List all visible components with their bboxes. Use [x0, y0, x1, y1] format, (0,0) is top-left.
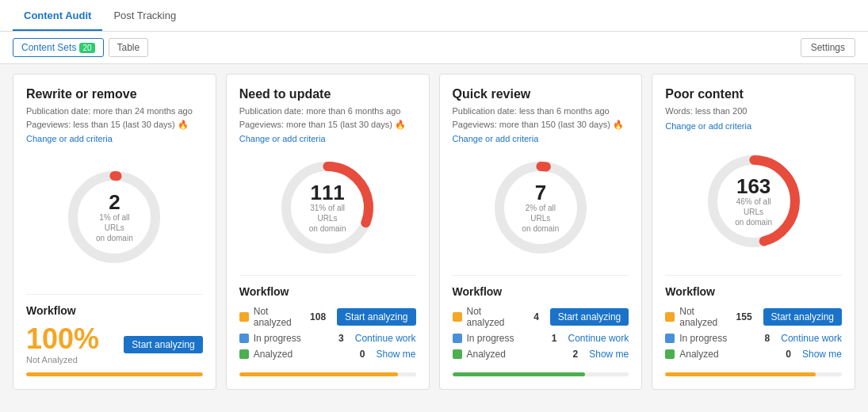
donut-number: 2: [89, 192, 140, 212]
workflow-action-link[interactable]: Continue work: [568, 333, 629, 344]
content-sets-button[interactable]: Content Sets 20: [13, 38, 104, 57]
start-analyzing-button[interactable]: Start analyzing: [124, 336, 202, 353]
card-subtitle: Words: less than 200: [665, 105, 842, 118]
workflow-label: Not analyzed: [254, 306, 302, 328]
card-title: Rewrite or remove: [26, 87, 203, 101]
card-subtitle: Publication date: more than 24 months ag…: [26, 105, 203, 131]
card-title: Quick review: [453, 87, 629, 101]
card-subtitle-line: Pageviews: less than 15 (last 30 days) 🔥: [26, 118, 203, 132]
chart-area: 2 1% of all URLson domain: [26, 143, 203, 291]
toolbar: Content Sets 20 Table Settings: [0, 32, 868, 64]
top-nav: Content Audit Post Tracking: [0, 0, 868, 32]
workflow-label: In progress: [467, 333, 533, 344]
workflow-dot: [665, 334, 675, 343]
workflow-label: Not analyzed: [679, 306, 728, 328]
workflow-count: 1: [538, 333, 557, 344]
workflow-action-link[interactable]: Show me: [802, 349, 842, 360]
workflow-row: Not analyzed 155 Start analyzing: [665, 306, 842, 328]
workflow-dot: [453, 349, 462, 359]
workflow-count: 0: [772, 349, 791, 360]
donut-chart: 2 1% of all URLson domain: [63, 166, 166, 269]
workflow-action-link[interactable]: Continue work: [355, 333, 416, 344]
chart-area: 163 46% of all URLson domain: [665, 131, 842, 273]
workflow-label: In progress: [679, 333, 746, 344]
content-sets-badge: 20: [79, 43, 94, 53]
card-subtitle: Publication date: less than 6 months ago…: [453, 105, 629, 131]
workflow-row: Not analyzed 108 Start analyzing: [239, 306, 416, 328]
progress-fill: [665, 372, 815, 376]
main-content: Rewrite or remove Publication date: more…: [0, 64, 868, 399]
workflow-count: 108: [307, 311, 326, 322]
donut-center: 163 46% of all URLson domain: [728, 175, 779, 227]
workflow-row: In progress 8 Continue work: [665, 333, 842, 344]
workflow-title: Workflow: [26, 304, 203, 317]
workflow-section: Workflow Not analyzed 108 Start analyzin…: [239, 275, 416, 364]
card-need-to-update: Need to update Publication date: more th…: [226, 74, 430, 390]
workflow-label: In progress: [254, 333, 320, 344]
big-percent-label: Not Analyzed: [26, 355, 99, 364]
workflow-count: 4: [520, 311, 539, 322]
workflow-title: Workflow: [453, 285, 629, 298]
tab-post-tracking[interactable]: Post Tracking: [102, 2, 187, 31]
workflow-label: Not analyzed: [467, 306, 515, 328]
start-analyzing-button[interactable]: Start analyzing: [763, 308, 842, 326]
workflow-section: Workflow Not analyzed 4 Start analyzing …: [453, 275, 629, 364]
workflow-dot: [453, 312, 462, 322]
workflow-row: In progress 3 Continue work: [239, 333, 416, 344]
table-button[interactable]: Table: [109, 38, 149, 57]
donut-label: 2% of all URLson domain: [514, 203, 566, 234]
card-subtitle-line: Pageviews: more than 150 (last 30 days) …: [453, 118, 629, 132]
workflow-title: Workflow: [665, 285, 842, 298]
workflow-count: 8: [751, 333, 770, 344]
donut-center: 2 1% of all URLson domain: [89, 192, 140, 243]
workflow-section: Workflow Not analyzed 155 Start analyzin…: [665, 275, 842, 364]
donut-center: 7 2% of all URLson domain: [514, 182, 566, 234]
card-subtitle-line: Publication date: less than 6 months ago: [453, 105, 629, 118]
workflow-action-link[interactable]: Continue work: [781, 333, 842, 344]
progress-bar: [453, 372, 629, 376]
workflow-row: Not analyzed 4 Start analyzing: [453, 306, 629, 328]
workflow-dot: [239, 312, 249, 322]
toolbar-left: Content Sets 20 Table: [13, 38, 148, 57]
settings-button[interactable]: Settings: [801, 38, 855, 57]
progress-fill: [239, 372, 398, 376]
progress-fill: [26, 372, 203, 376]
workflow-label: Analyzed: [254, 349, 342, 360]
donut-label: 1% of all URLson domain: [89, 212, 140, 243]
card-criteria-link[interactable]: Change or add criteria: [453, 134, 629, 143]
card-rewrite-remove: Rewrite or remove Publication date: more…: [13, 74, 216, 390]
content-sets-label: Content Sets: [21, 42, 76, 53]
workflow-dot: [665, 312, 675, 322]
card-subtitle: Publication date: more than 6 months ago…: [239, 105, 416, 131]
progress-bar: [239, 372, 416, 376]
donut-chart: 7 2% of all URLson domain: [489, 156, 592, 259]
donut-number: 163: [728, 175, 779, 196]
workflow-action-link[interactable]: Show me: [376, 349, 415, 360]
chart-area: 111 31% of all URLson domain: [239, 143, 416, 272]
start-analyzing-button[interactable]: Start analyzing: [550, 308, 629, 326]
tab-content-audit[interactable]: Content Audit: [13, 2, 102, 31]
card-quick-review: Quick review Publication date: less than…: [439, 74, 643, 390]
start-analyzing-button[interactable]: Start analyzing: [337, 308, 415, 326]
workflow-action-link[interactable]: Show me: [589, 349, 629, 360]
donut-label: 31% of all URLson domain: [302, 203, 354, 234]
workflow-row: Analyzed 0 Show me: [239, 349, 416, 360]
card-title: Poor content: [665, 87, 842, 101]
card-subtitle-line: Publication date: more than 24 months ag…: [26, 105, 203, 118]
workflow-section: Workflow 100% Not Analyzed Start analyzi…: [26, 294, 203, 364]
card-subtitle-line: Publication date: more than 6 months ago: [239, 105, 416, 118]
card-criteria-link[interactable]: Change or add criteria: [239, 134, 416, 143]
card-criteria-link[interactable]: Change or add criteria: [665, 121, 842, 131]
workflow-label: Analyzed: [467, 349, 555, 360]
workflow-dot: [665, 349, 675, 359]
card-criteria-link[interactable]: Change or add criteria: [26, 134, 203, 143]
chart-area: 7 2% of all URLson domain: [453, 143, 629, 272]
workflow-row: Analyzed 0 Show me: [665, 349, 842, 360]
workflow-dot: [453, 334, 462, 343]
workflow-count: 3: [325, 333, 344, 344]
big-percent: 100%: [26, 325, 99, 353]
workflow-count: 0: [346, 349, 365, 360]
workflow-title: Workflow: [239, 285, 416, 298]
donut-center: 111 31% of all URLson domain: [302, 182, 354, 234]
progress-bar: [26, 372, 203, 376]
